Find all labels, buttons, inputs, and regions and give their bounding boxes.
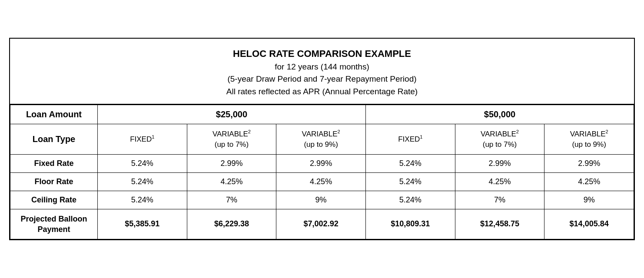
floor-rate-val-1: 5.24% xyxy=(97,172,187,191)
loan-type-variable9-2: VARIABLE2(up to 9%) xyxy=(544,124,634,154)
floor-rate-val-6: 4.25% xyxy=(544,172,634,191)
balloon-val-3: $7,002.92 xyxy=(276,209,366,239)
fixed-rate-val-4: 5.24% xyxy=(365,154,455,172)
loan-type-fixed2: FIXED1 xyxy=(365,124,455,154)
loan-type-row: Loan Type FIXED1 VARIABLE2(up to 7%) VAR… xyxy=(10,124,634,154)
loan-amount-50k: $50,000 xyxy=(365,105,634,124)
table-subtitle3: All rates reflected as APR (Annual Perce… xyxy=(19,86,625,98)
loan-amount-label: Loan Amount xyxy=(10,105,98,124)
balloon-val-4: $10,809.31 xyxy=(365,209,455,239)
heloc-comparison-table: HELOC RATE COMPARISON EXAMPLE for 12 yea… xyxy=(9,38,635,240)
floor-rate-val-4: 5.24% xyxy=(365,172,455,191)
loan-type-variable9-1: VARIABLE2(up to 9%) xyxy=(276,124,366,154)
table-header: HELOC RATE COMPARISON EXAMPLE for 12 yea… xyxy=(10,39,634,105)
fixed-rate-val-3: 2.99% xyxy=(276,154,366,172)
balloon-val-1: $5,385.91 xyxy=(97,209,187,239)
ceiling-rate-val-3: 9% xyxy=(276,191,366,209)
loan-type-fixed1: FIXED1 xyxy=(97,124,187,154)
loan-amount-25k: $25,000 xyxy=(97,105,365,124)
fixed-rate-val-1: 5.24% xyxy=(97,154,187,172)
fixed-rate-val-5: 2.99% xyxy=(455,154,544,172)
ceiling-rate-val-2: 7% xyxy=(187,191,276,209)
table-subtitle1: for 12 years (144 months) xyxy=(19,61,625,73)
table-title: HELOC RATE COMPARISON EXAMPLE xyxy=(19,46,625,61)
ceiling-rate-val-1: 5.24% xyxy=(97,191,187,209)
floor-rate-label: Floor Rate xyxy=(10,172,98,191)
balloon-val-6: $14,005.84 xyxy=(544,209,634,239)
floor-rate-row: Floor Rate 5.24% 4.25% 4.25% 5.24% 4.25%… xyxy=(10,172,634,191)
loan-amount-row: Loan Amount $25,000 $50,000 xyxy=(10,105,634,124)
ceiling-rate-val-6: 9% xyxy=(544,191,634,209)
ceiling-rate-val-5: 7% xyxy=(455,191,544,209)
balloon-val-5: $12,458.75 xyxy=(455,209,544,239)
table-subtitle2: (5-year Draw Period and 7-year Repayment… xyxy=(19,73,625,86)
ceiling-rate-row: Ceiling Rate 5.24% 7% 9% 5.24% 7% 9% xyxy=(10,191,634,209)
fixed-rate-label: Fixed Rate xyxy=(10,154,98,172)
floor-rate-val-2: 4.25% xyxy=(187,172,276,191)
fixed-rate-val-6: 2.99% xyxy=(544,154,634,172)
ceiling-rate-val-4: 5.24% xyxy=(365,191,455,209)
loan-type-label: Loan Type xyxy=(10,124,98,154)
floor-rate-val-3: 4.25% xyxy=(276,172,366,191)
fixed-rate-row: Fixed Rate 5.24% 2.99% 2.99% 5.24% 2.99%… xyxy=(10,154,634,172)
floor-rate-val-5: 4.25% xyxy=(455,172,544,191)
balloon-payment-row: Projected Balloon Payment $5,385.91 $6,2… xyxy=(10,209,634,239)
ceiling-rate-label: Ceiling Rate xyxy=(10,191,98,209)
loan-type-variable7-1: VARIABLE2(up to 7%) xyxy=(187,124,276,154)
comparison-table: Loan Amount $25,000 $50,000 Loan Type FI… xyxy=(10,105,634,239)
loan-type-variable7-2: VARIABLE2(up to 7%) xyxy=(455,124,544,154)
fixed-rate-val-2: 2.99% xyxy=(187,154,276,172)
balloon-payment-label: Projected Balloon Payment xyxy=(10,209,98,239)
balloon-val-2: $6,229.38 xyxy=(187,209,276,239)
